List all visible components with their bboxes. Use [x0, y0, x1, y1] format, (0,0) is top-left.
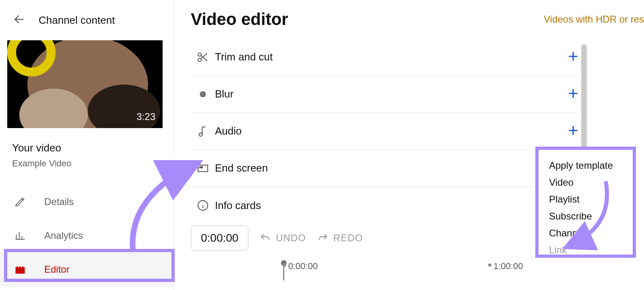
your-video-label: Your video	[12, 142, 161, 154]
ruler-tick-0: 0:00:00	[288, 261, 318, 271]
time-display[interactable]: 0:00:00	[191, 226, 248, 251]
menu-subscribe[interactable]: Subscribe	[549, 208, 622, 225]
menu-apply-template[interactable]: Apply template	[549, 157, 622, 174]
menu-video[interactable]: Video	[549, 174, 622, 191]
back-arrow-icon[interactable]	[13, 13, 26, 27]
scissors-icon	[191, 51, 215, 64]
menu-channel[interactable]: Channel	[549, 225, 622, 242]
sidebar-nav: Details Analytics Editor	[0, 185, 173, 286]
tool-label: Info cards	[215, 199, 580, 212]
svg-point-6	[202, 91, 204, 93]
sidebar-item-editor[interactable]: Editor	[0, 253, 173, 286]
svg-point-3	[202, 93, 203, 95]
tool-label: Audio	[215, 125, 567, 137]
svg-point-10	[201, 95, 202, 96]
your-video-block: Your video Example Video	[12, 142, 161, 169]
end-screen-menu: Apply template Video Playlist Subscribe …	[539, 151, 632, 265]
sidebar-item-details[interactable]: Details	[0, 185, 173, 219]
svg-point-7	[202, 96, 204, 97]
main-header: Video editor Videos with HDR or res	[174, 0, 644, 39]
tool-blur[interactable]: Blur	[191, 76, 580, 113]
svg-point-8	[201, 92, 202, 93]
tool-end-screen[interactable]: End screen	[191, 150, 580, 187]
add-audio-button[interactable]	[567, 124, 580, 139]
svg-point-5	[204, 93, 206, 95]
page-title: Video editor	[191, 10, 288, 29]
menu-playlist[interactable]: Playlist	[549, 191, 622, 208]
redo-label: REDO	[333, 232, 363, 244]
tool-audio[interactable]: Audio	[191, 113, 580, 150]
analytics-icon	[14, 229, 27, 242]
undo-label: UNDO	[276, 232, 306, 244]
blur-icon	[191, 88, 215, 101]
sidebar-item-analytics[interactable]: Analytics	[0, 219, 173, 253]
pencil-icon	[14, 195, 27, 208]
svg-rect-14	[199, 166, 203, 168]
nav-label: Analytics	[44, 230, 83, 241]
thumbnail-duration: 3:23	[136, 111, 155, 122]
video-thumbnail[interactable]: 3:23	[7, 40, 163, 128]
end-screen-icon	[191, 162, 215, 175]
tool-label: Trim and cut	[215, 51, 567, 63]
add-blur-button[interactable]	[567, 87, 580, 102]
sidebar-title: Channel content	[39, 14, 115, 27]
clapper-icon	[14, 263, 27, 276]
svg-rect-0	[16, 267, 25, 273]
tool-label: End screen	[215, 162, 580, 174]
svg-point-4	[200, 93, 201, 95]
redo-button[interactable]: REDO	[317, 232, 363, 244]
tool-trim[interactable]: Trim and cut	[191, 39, 580, 76]
svg-point-11	[204, 95, 205, 96]
vertical-scrollbar[interactable]	[581, 44, 587, 149]
info-icon	[191, 199, 215, 212]
undo-button[interactable]: UNDO	[260, 232, 306, 244]
nav-label: Editor	[44, 264, 70, 275]
ruler-tick-1: 1:00:00	[493, 261, 523, 271]
svg-point-1	[198, 53, 201, 56]
add-trim-button[interactable]	[567, 50, 580, 64]
video-name: Example Video	[12, 158, 161, 169]
nav-label: Details	[44, 196, 74, 207]
tool-info-cards[interactable]: Info cards	[191, 187, 580, 224]
thumbnail-art	[31, 40, 138, 128]
svg-point-9	[204, 92, 205, 93]
sidebar-header: Channel content	[0, 0, 173, 40]
music-note-icon	[191, 125, 215, 138]
tool-label: Blur	[215, 88, 567, 100]
svg-point-12	[199, 133, 202, 136]
tool-list: Trim and cut Blur Audio End screen	[191, 39, 580, 224]
hdr-restriction-link[interactable]: Videos with HDR or res	[544, 14, 644, 25]
menu-link[interactable]: Link	[549, 242, 622, 259]
sidebar: Channel content 3:23 Your video Example …	[0, 0, 174, 290]
svg-point-2	[198, 58, 201, 61]
